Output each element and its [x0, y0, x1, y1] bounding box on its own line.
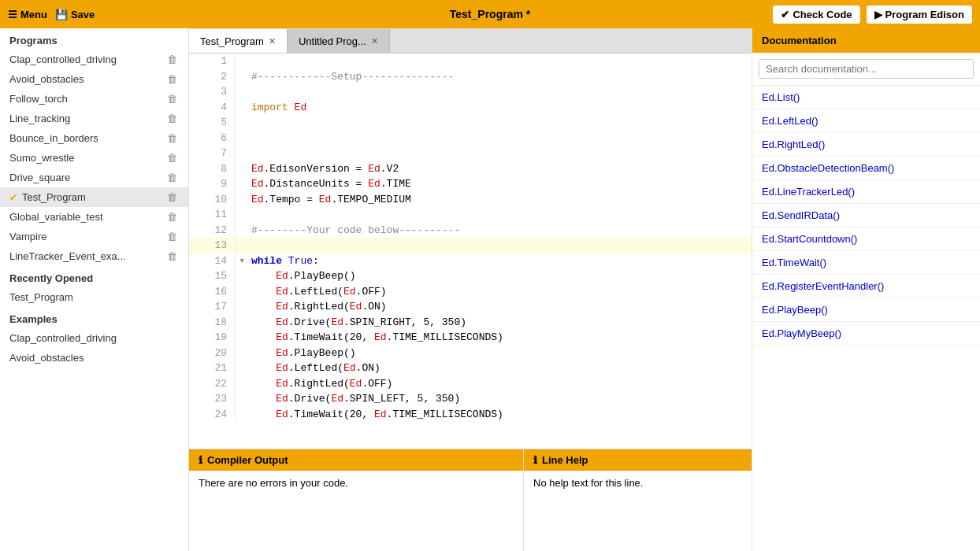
code-line: 18 Ed.Drive(Ed.SPIN_RIGHT, 5, 350): [189, 315, 752, 331]
documentation-header: Documentation: [752, 28, 980, 53]
sidebar-item-recent-test-program[interactable]: Test_Program: [0, 287, 188, 307]
sidebar-item-avoid-obstacles[interactable]: Avoid_obstacles 🗑: [0, 69, 188, 89]
program-name: Drive_square: [9, 172, 70, 183]
program-name: Clap_controlled_driving: [9, 54, 117, 65]
doc-list: Ed.List() Ed.LeftLed() Ed.RightLed() Ed.…: [752, 86, 980, 551]
sidebar-item-sumo-wrestle[interactable]: Sumo_wrestle 🗑: [0, 148, 188, 168]
doc-item-list[interactable]: Ed.List(): [752, 86, 980, 109]
tab-test-program[interactable]: Test_Program ✕: [189, 29, 288, 53]
tab-untitled-program[interactable]: Untitled Prog... ✕: [288, 29, 390, 53]
code-line: 11: [189, 207, 752, 223]
sidebar-item-clap-controlled-driving[interactable]: Clap_controlled_driving 🗑: [0, 50, 188, 69]
code-line: 22 Ed.RightLed(Ed.OFF): [189, 376, 752, 392]
sidebar-item-drive-square[interactable]: Drive_square 🗑: [0, 168, 188, 187]
sidebar: Programs Clap_controlled_driving 🗑 Avoid…: [0, 28, 189, 551]
doc-item-timewait[interactable]: Ed.TimeWait(): [752, 251, 980, 275]
program-name: Clap_controlled_driving: [9, 332, 117, 344]
topbar: ☰ Menu 💾 Save Test_Program * ✔ Check Cod…: [0, 0, 980, 28]
delete-button[interactable]: 🗑: [165, 54, 179, 65]
delete-button[interactable]: 🗑: [165, 191, 179, 203]
delete-button[interactable]: 🗑: [165, 132, 179, 144]
delete-button[interactable]: 🗑: [165, 152, 179, 164]
tab-close-button[interactable]: ✕: [371, 36, 378, 46]
program-name: Avoid_obstacles: [9, 73, 84, 85]
doc-item-rightled[interactable]: Ed.RightLed(): [752, 133, 980, 157]
menu-icon: ☰: [8, 9, 17, 20]
program-name: Sumo_wrestle: [9, 152, 74, 164]
doc-item-linetracker[interactable]: Ed.LineTrackerLed(): [752, 180, 980, 204]
menu-button[interactable]: ☰ Menu: [8, 9, 47, 20]
tab-close-button[interactable]: ✕: [269, 36, 276, 46]
doc-item-sendirdata[interactable]: Ed.SendIRData(): [752, 204, 980, 227]
program-name: LineTracker_Event_exa...: [9, 250, 126, 262]
center-area: Test_Program ✕ Untitled Prog... ✕ 1 2#--…: [189, 28, 752, 551]
sidebar-item-line-tracking[interactable]: Line_tracking 🗑: [0, 109, 188, 128]
code-line: 19 Ed.TimeWait(20, Ed.TIME_MILLISECONDS): [189, 330, 752, 346]
delete-button[interactable]: 🗑: [165, 113, 179, 124]
code-line: 13: [189, 238, 752, 253]
doc-item-startcountdown[interactable]: Ed.StartCountdown(): [752, 227, 980, 251]
code-line: 5: [189, 115, 752, 131]
program-name: Test_Program: [22, 191, 86, 203]
sidebar-item-follow-torch[interactable]: Follow_torch 🗑: [0, 89, 188, 109]
delete-button[interactable]: 🗑: [165, 73, 179, 85]
save-label: Save: [71, 9, 95, 20]
menu-label: Menu: [20, 9, 47, 20]
save-button[interactable]: 💾 Save: [55, 9, 95, 20]
code-line: 9Ed.DistanceUnits = Ed.TIME: [189, 176, 752, 192]
delete-button[interactable]: 🗑: [165, 250, 179, 262]
line-help-body: No help text for this line.: [524, 471, 752, 551]
delete-button[interactable]: 🗑: [165, 93, 179, 105]
delete-button[interactable]: 🗑: [165, 172, 179, 183]
active-icon: ✔: [9, 192, 17, 203]
code-line: 20 Ed.PlayBeep(): [189, 346, 752, 361]
sidebar-item-example-avoid[interactable]: Avoid_obstacles: [0, 348, 188, 368]
code-line: 24 Ed.TimeWait(20, Ed.TIME_MILLISECONDS): [189, 407, 752, 423]
code-line: 15 Ed.PlayBeep(): [189, 268, 752, 284]
sidebar-item-linetracker-event[interactable]: LineTracker_Event_exa... 🗑: [0, 246, 188, 266]
documentation-panel: Documentation Ed.List() Ed.LeftLed() Ed.…: [752, 28, 980, 551]
code-line: 23 Ed.Drive(Ed.SPIN_LEFT, 5, 350): [189, 391, 752, 407]
code-line: 7: [189, 146, 752, 161]
sidebar-item-example-clap[interactable]: Clap_controlled_driving: [0, 328, 188, 348]
delete-button[interactable]: 🗑: [165, 231, 179, 242]
check-icon: ✔: [781, 9, 789, 20]
compiler-title: Compiler Output: [207, 454, 288, 466]
doc-search-container: [752, 53, 980, 86]
line-help-header: ℹ Line Help: [524, 449, 752, 471]
main-layout: Programs Clap_controlled_driving 🗑 Avoid…: [0, 28, 980, 551]
code-editor[interactable]: 1 2#------------Setup--------------- 3 4…: [189, 54, 752, 449]
doc-item-registerevent[interactable]: Ed.RegisterEventHandler(): [752, 275, 980, 298]
doc-item-obstacle[interactable]: Ed.ObstacleDetectionBeam(): [752, 157, 980, 180]
program-edison-button[interactable]: ▶ Program Edison: [867, 6, 972, 24]
doc-item-playmybeep[interactable]: Ed.PlayMyBeep(): [752, 322, 980, 346]
code-table: 1 2#------------Setup--------------- 3 4…: [189, 54, 752, 422]
program-title: Test_Program *: [450, 8, 530, 20]
sidebar-item-test-program[interactable]: ✔ Test_Program 🗑: [0, 187, 188, 207]
code-line: 21 Ed.LeftLed(Ed.ON): [189, 361, 752, 376]
doc-search-input[interactable]: [759, 59, 974, 79]
sidebar-item-bounce-in-borders[interactable]: Bounce_in_borders 🗑: [0, 128, 188, 148]
doc-item-leftled[interactable]: Ed.LeftLed(): [752, 109, 980, 133]
examples-title: Examples: [0, 307, 188, 328]
sidebar-item-global-variable-test[interactable]: Global_variable_test 🗑: [0, 207, 188, 227]
recently-opened-title: Recently Opened: [0, 266, 188, 287]
code-line: 2#------------Setup---------------: [189, 69, 752, 85]
info-icon: ℹ: [199, 454, 202, 466]
info-icon: ℹ: [533, 454, 537, 466]
program-name: Global_variable_test: [9, 211, 103, 223]
program-name: Bounce_in_borders: [9, 132, 98, 144]
doc-item-playbeep[interactable]: Ed.PlayBeep(): [752, 298, 980, 322]
delete-button[interactable]: 🗑: [165, 211, 179, 223]
code-line: 10Ed.Tempo = Ed.TEMPO_MEDIUM: [189, 192, 752, 208]
program-name: Vampire: [9, 231, 46, 242]
sidebar-item-vampire[interactable]: Vampire 🗑: [0, 227, 188, 246]
code-line: 12#--------Your code below----------: [189, 223, 752, 239]
tabs-bar: Test_Program ✕ Untitled Prog... ✕: [189, 28, 752, 54]
code-line: 16 Ed.LeftLed(Ed.OFF): [189, 284, 752, 300]
play-icon: ▶: [874, 9, 882, 20]
tab-label: Untitled Prog...: [299, 35, 366, 47]
program-edison-label: Program Edison: [885, 9, 964, 20]
check-code-button[interactable]: ✔ Check Code: [773, 6, 859, 24]
bottom-panel: ℹ Compiler Output There are no errors in…: [189, 449, 752, 551]
